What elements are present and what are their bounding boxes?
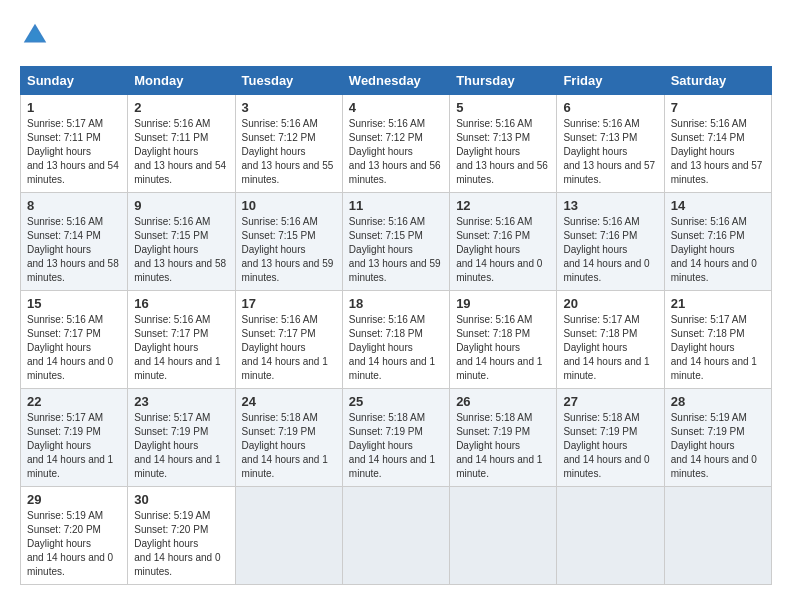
weekday-header-saturday: Saturday: [664, 67, 771, 95]
calendar-cell: 25Sunrise: 5:18 AMSunset: 7:19 PMDayligh…: [342, 389, 449, 487]
calendar-cell: 5Sunrise: 5:16 AMSunset: 7:13 PMDaylight…: [450, 95, 557, 193]
calendar-cell: 30Sunrise: 5:19 AMSunset: 7:20 PMDayligh…: [128, 487, 235, 585]
cell-info: Sunrise: 5:17 AMSunset: 7:18 PMDaylight …: [563, 313, 657, 383]
calendar-cell: 4Sunrise: 5:16 AMSunset: 7:12 PMDaylight…: [342, 95, 449, 193]
weekday-header-thursday: Thursday: [450, 67, 557, 95]
cell-info: Sunrise: 5:19 AMSunset: 7:20 PMDaylight …: [134, 509, 228, 579]
day-number: 18: [349, 296, 443, 311]
day-number: 2: [134, 100, 228, 115]
day-number: 26: [456, 394, 550, 409]
calendar-cell: 6Sunrise: 5:16 AMSunset: 7:13 PMDaylight…: [557, 95, 664, 193]
cell-info: Sunrise: 5:18 AMSunset: 7:19 PMDaylight …: [349, 411, 443, 481]
cell-info: Sunrise: 5:16 AMSunset: 7:14 PMDaylight …: [671, 117, 765, 187]
calendar-cell: 2Sunrise: 5:16 AMSunset: 7:11 PMDaylight…: [128, 95, 235, 193]
day-number: 30: [134, 492, 228, 507]
day-number: 29: [27, 492, 121, 507]
weekday-header-friday: Friday: [557, 67, 664, 95]
weekday-header-monday: Monday: [128, 67, 235, 95]
calendar-cell: 18Sunrise: 5:16 AMSunset: 7:18 PMDayligh…: [342, 291, 449, 389]
calendar-cell: 12Sunrise: 5:16 AMSunset: 7:16 PMDayligh…: [450, 193, 557, 291]
calendar-week-3: 15Sunrise: 5:16 AMSunset: 7:17 PMDayligh…: [21, 291, 772, 389]
calendar-cell: 19Sunrise: 5:16 AMSunset: 7:18 PMDayligh…: [450, 291, 557, 389]
day-number: 11: [349, 198, 443, 213]
calendar-cell: 27Sunrise: 5:18 AMSunset: 7:19 PMDayligh…: [557, 389, 664, 487]
calendar-cell: [450, 487, 557, 585]
cell-info: Sunrise: 5:16 AMSunset: 7:17 PMDaylight …: [27, 313, 121, 383]
cell-info: Sunrise: 5:16 AMSunset: 7:17 PMDaylight …: [134, 313, 228, 383]
day-number: 28: [671, 394, 765, 409]
calendar-week-2: 8Sunrise: 5:16 AMSunset: 7:14 PMDaylight…: [21, 193, 772, 291]
weekday-header-row: SundayMondayTuesdayWednesdayThursdayFrid…: [21, 67, 772, 95]
calendar-cell: [235, 487, 342, 585]
calendar-week-5: 29Sunrise: 5:19 AMSunset: 7:20 PMDayligh…: [21, 487, 772, 585]
cell-info: Sunrise: 5:16 AMSunset: 7:15 PMDaylight …: [242, 215, 336, 285]
cell-info: Sunrise: 5:16 AMSunset: 7:13 PMDaylight …: [563, 117, 657, 187]
day-number: 25: [349, 394, 443, 409]
cell-info: Sunrise: 5:16 AMSunset: 7:11 PMDaylight …: [134, 117, 228, 187]
calendar-cell: 26Sunrise: 5:18 AMSunset: 7:19 PMDayligh…: [450, 389, 557, 487]
logo: [20, 20, 54, 50]
logo-icon: [20, 20, 50, 50]
day-number: 22: [27, 394, 121, 409]
cell-info: Sunrise: 5:16 AMSunset: 7:18 PMDaylight …: [349, 313, 443, 383]
day-number: 13: [563, 198, 657, 213]
cell-info: Sunrise: 5:16 AMSunset: 7:17 PMDaylight …: [242, 313, 336, 383]
day-number: 7: [671, 100, 765, 115]
day-number: 19: [456, 296, 550, 311]
calendar-cell: 7Sunrise: 5:16 AMSunset: 7:14 PMDaylight…: [664, 95, 771, 193]
cell-info: Sunrise: 5:16 AMSunset: 7:15 PMDaylight …: [134, 215, 228, 285]
calendar-cell: 8Sunrise: 5:16 AMSunset: 7:14 PMDaylight…: [21, 193, 128, 291]
day-number: 15: [27, 296, 121, 311]
calendar-cell: 24Sunrise: 5:18 AMSunset: 7:19 PMDayligh…: [235, 389, 342, 487]
weekday-header-tuesday: Tuesday: [235, 67, 342, 95]
calendar-cell: 14Sunrise: 5:16 AMSunset: 7:16 PMDayligh…: [664, 193, 771, 291]
cell-info: Sunrise: 5:17 AMSunset: 7:19 PMDaylight …: [27, 411, 121, 481]
weekday-header-sunday: Sunday: [21, 67, 128, 95]
cell-info: Sunrise: 5:18 AMSunset: 7:19 PMDaylight …: [242, 411, 336, 481]
cell-info: Sunrise: 5:16 AMSunset: 7:14 PMDaylight …: [27, 215, 121, 285]
calendar-cell: 9Sunrise: 5:16 AMSunset: 7:15 PMDaylight…: [128, 193, 235, 291]
day-number: 27: [563, 394, 657, 409]
weekday-header-wednesday: Wednesday: [342, 67, 449, 95]
cell-info: Sunrise: 5:17 AMSunset: 7:19 PMDaylight …: [134, 411, 228, 481]
day-number: 23: [134, 394, 228, 409]
day-number: 21: [671, 296, 765, 311]
cell-info: Sunrise: 5:16 AMSunset: 7:16 PMDaylight …: [671, 215, 765, 285]
calendar-cell: 20Sunrise: 5:17 AMSunset: 7:18 PMDayligh…: [557, 291, 664, 389]
cell-info: Sunrise: 5:16 AMSunset: 7:13 PMDaylight …: [456, 117, 550, 187]
calendar-cell: 11Sunrise: 5:16 AMSunset: 7:15 PMDayligh…: [342, 193, 449, 291]
cell-info: Sunrise: 5:16 AMSunset: 7:12 PMDaylight …: [349, 117, 443, 187]
calendar-cell: 16Sunrise: 5:16 AMSunset: 7:17 PMDayligh…: [128, 291, 235, 389]
calendar-cell: 17Sunrise: 5:16 AMSunset: 7:17 PMDayligh…: [235, 291, 342, 389]
cell-info: Sunrise: 5:17 AMSunset: 7:11 PMDaylight …: [27, 117, 121, 187]
day-number: 9: [134, 198, 228, 213]
calendar-cell: 1Sunrise: 5:17 AMSunset: 7:11 PMDaylight…: [21, 95, 128, 193]
calendar-week-4: 22Sunrise: 5:17 AMSunset: 7:19 PMDayligh…: [21, 389, 772, 487]
cell-info: Sunrise: 5:16 AMSunset: 7:12 PMDaylight …: [242, 117, 336, 187]
day-number: 16: [134, 296, 228, 311]
cell-info: Sunrise: 5:19 AMSunset: 7:19 PMDaylight …: [671, 411, 765, 481]
calendar-cell: [342, 487, 449, 585]
day-number: 20: [563, 296, 657, 311]
page-header: [20, 20, 772, 50]
calendar-cell: 28Sunrise: 5:19 AMSunset: 7:19 PMDayligh…: [664, 389, 771, 487]
day-number: 8: [27, 198, 121, 213]
day-number: 10: [242, 198, 336, 213]
day-number: 17: [242, 296, 336, 311]
cell-info: Sunrise: 5:16 AMSunset: 7:15 PMDaylight …: [349, 215, 443, 285]
day-number: 1: [27, 100, 121, 115]
day-number: 4: [349, 100, 443, 115]
day-number: 6: [563, 100, 657, 115]
calendar-cell: 15Sunrise: 5:16 AMSunset: 7:17 PMDayligh…: [21, 291, 128, 389]
cell-info: Sunrise: 5:16 AMSunset: 7:18 PMDaylight …: [456, 313, 550, 383]
cell-info: Sunrise: 5:18 AMSunset: 7:19 PMDaylight …: [563, 411, 657, 481]
calendar-cell: 21Sunrise: 5:17 AMSunset: 7:18 PMDayligh…: [664, 291, 771, 389]
cell-info: Sunrise: 5:16 AMSunset: 7:16 PMDaylight …: [456, 215, 550, 285]
cell-info: Sunrise: 5:16 AMSunset: 7:16 PMDaylight …: [563, 215, 657, 285]
day-number: 12: [456, 198, 550, 213]
cell-info: Sunrise: 5:17 AMSunset: 7:18 PMDaylight …: [671, 313, 765, 383]
day-number: 5: [456, 100, 550, 115]
day-number: 14: [671, 198, 765, 213]
calendar-cell: 3Sunrise: 5:16 AMSunset: 7:12 PMDaylight…: [235, 95, 342, 193]
calendar-cell: 23Sunrise: 5:17 AMSunset: 7:19 PMDayligh…: [128, 389, 235, 487]
